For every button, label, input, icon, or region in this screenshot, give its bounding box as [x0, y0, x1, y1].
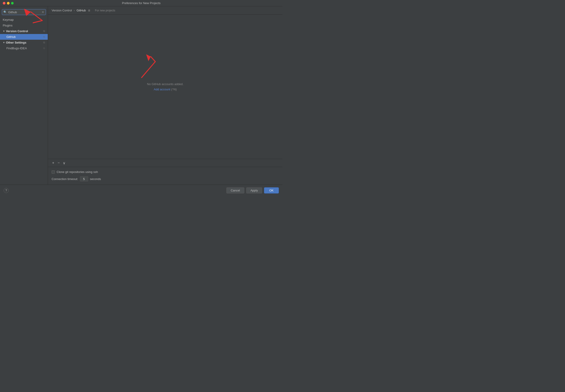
- search-input[interactable]: [8, 11, 40, 14]
- timeout-unit: seconds: [90, 177, 101, 181]
- sidebar-item-findbugs[interactable]: FindBugs-IDEA ⧉: [0, 45, 48, 51]
- other-settings-triangle-icon: ▼: [3, 41, 5, 44]
- version-control-label: Version Control: [6, 29, 28, 33]
- breadcrumb-current: GitHub: [76, 9, 86, 12]
- title-bar: Preferences for New Projects: [0, 0, 283, 6]
- add-account-link[interactable]: Add account: [154, 88, 170, 91]
- traffic-lights: [3, 2, 14, 5]
- github-label: GitHub: [6, 35, 15, 39]
- move-down-button[interactable]: ∨: [62, 160, 67, 166]
- sidebar-item-version-control[interactable]: ▼ Version Control ⧉: [0, 28, 48, 34]
- keymap-label: Keymap: [3, 18, 14, 21]
- search-box[interactable]: 🔍 ✕: [2, 9, 46, 15]
- content-area: Version Control › GitHub 🖥 For new proje…: [48, 6, 283, 185]
- add-account-shortcut: (^N): [171, 88, 177, 91]
- cancel-button[interactable]: Cancel: [226, 187, 244, 194]
- timeout-row: Connection timeout: seconds: [52, 176, 279, 182]
- sidebar: 🔍 ✕ Keymap Plugins ▼ Version Control ⧉ G…: [0, 6, 48, 185]
- clone-ssh-row: Clone git repositories using ssh: [52, 170, 279, 174]
- window-title: Preferences for New Projects: [122, 1, 160, 5]
- ok-button[interactable]: OK: [264, 187, 279, 194]
- options-area: Clone git repositories using ssh Connect…: [48, 167, 283, 185]
- github-copy-icon: ⧉: [43, 35, 45, 38]
- expand-triangle-icon: ▼: [3, 30, 5, 32]
- findbugs-copy-icon: ⧉: [43, 47, 45, 50]
- sidebar-item-github[interactable]: GitHub ⧉: [0, 34, 48, 40]
- add-account-button[interactable]: +: [51, 160, 56, 166]
- sidebar-item-keymap[interactable]: Keymap: [0, 17, 48, 23]
- findbugs-label: FindBugs-IDEA: [6, 47, 27, 50]
- sidebar-item-other-settings[interactable]: ▼ Other Settings ⧉: [0, 40, 48, 45]
- content-header: Version Control › GitHub 🖥 For new proje…: [48, 6, 283, 14]
- main-layout: 🔍 ✕ Keymap Plugins ▼ Version Control ⧉ G…: [0, 6, 283, 185]
- apply-button[interactable]: Apply: [246, 187, 262, 194]
- toolbar: + − ∨: [48, 159, 283, 167]
- accounts-area: No GitHub accounts added. Add account (^…: [48, 14, 283, 159]
- other-settings-label: Other Settings: [6, 41, 27, 44]
- bottom-bar: ? Cancel Apply OK: [0, 185, 283, 196]
- close-button[interactable]: [3, 2, 5, 5]
- version-control-copy-icon: ⧉: [43, 30, 45, 33]
- no-accounts-text: No GitHub accounts added.: [147, 82, 184, 86]
- clone-ssh-checkbox[interactable]: [52, 170, 55, 174]
- help-button[interactable]: ?: [4, 188, 9, 193]
- monitor-icon: 🖥: [88, 9, 90, 12]
- minimize-button[interactable]: [7, 2, 10, 5]
- breadcrumb-parent: Version Control: [52, 9, 72, 12]
- timeout-input[interactable]: [80, 176, 88, 182]
- content-body: No GitHub accounts added. Add account (^…: [48, 14, 283, 185]
- for-new-projects-label: For new projects: [95, 9, 115, 12]
- remove-account-button[interactable]: −: [56, 160, 61, 166]
- search-icon: 🔍: [3, 11, 7, 14]
- search-clear-icon[interactable]: ✕: [42, 10, 44, 14]
- sidebar-item-plugins[interactable]: Plugins: [0, 23, 48, 28]
- maximize-button[interactable]: [11, 2, 14, 5]
- timeout-label: Connection timeout:: [52, 177, 78, 181]
- plugins-label: Plugins: [3, 24, 13, 27]
- bottom-actions: Cancel Apply OK: [226, 187, 279, 194]
- other-settings-copy-icon: ⧉: [43, 41, 45, 44]
- clone-ssh-label: Clone git repositories using ssh: [57, 170, 98, 174]
- breadcrumb-separator: ›: [74, 9, 75, 12]
